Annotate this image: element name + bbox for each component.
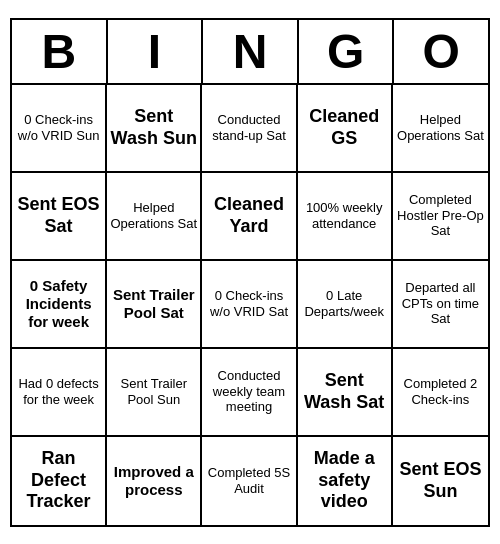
bingo-cell-2: Sent Wash Sun (107, 85, 202, 173)
bingo-letter-g: G (299, 20, 395, 85)
bingo-cell-20: Completed 2 Check-ins (393, 349, 488, 437)
bingo-header: BINGO (12, 20, 488, 85)
bingo-cell-16: Had 0 defects for the week (12, 349, 107, 437)
bingo-cell-25: Sent EOS Sun (393, 437, 488, 525)
bingo-cell-24: Made a safety video (298, 437, 393, 525)
bingo-letter-o: O (394, 20, 488, 85)
bingo-cell-17: Sent Trailer Pool Sun (107, 349, 202, 437)
bingo-cell-19: Sent Wash Sat (298, 349, 393, 437)
bingo-cell-18: Conducted weekly team meeting (202, 349, 297, 437)
bingo-cell-5: Helped Operations Sat (393, 85, 488, 173)
bingo-letter-b: B (12, 20, 108, 85)
bingo-letter-n: N (203, 20, 299, 85)
bingo-cell-10: Completed Hostler Pre-Op Sat (393, 173, 488, 261)
bingo-cell-15: Departed all CPTs on time Sat (393, 261, 488, 349)
bingo-cell-3: Conducted stand-up Sat (202, 85, 297, 173)
bingo-grid: 0 Check-ins w/o VRID SunSent Wash SunCon… (12, 85, 488, 525)
bingo-cell-22: Improved a process (107, 437, 202, 525)
bingo-card: BINGO 0 Check-ins w/o VRID SunSent Wash … (10, 18, 490, 527)
bingo-cell-6: Sent EOS Sat (12, 173, 107, 261)
bingo-cell-7: Helped Operations Sat (107, 173, 202, 261)
bingo-cell-21: Ran Defect Tracker (12, 437, 107, 525)
bingo-cell-9: 100% weekly attendance (298, 173, 393, 261)
bingo-cell-4: Cleaned GS (298, 85, 393, 173)
bingo-cell-14: 0 Late Departs/week (298, 261, 393, 349)
bingo-cell-23: Completed 5S Audit (202, 437, 297, 525)
bingo-letter-i: I (108, 20, 204, 85)
bingo-cell-8: Cleaned Yard (202, 173, 297, 261)
bingo-cell-11: 0 Safety Incidents for week (12, 261, 107, 349)
bingo-cell-12: Sent Trailer Pool Sat (107, 261, 202, 349)
bingo-cell-13: 0 Check-ins w/o VRID Sat (202, 261, 297, 349)
bingo-cell-1: 0 Check-ins w/o VRID Sun (12, 85, 107, 173)
